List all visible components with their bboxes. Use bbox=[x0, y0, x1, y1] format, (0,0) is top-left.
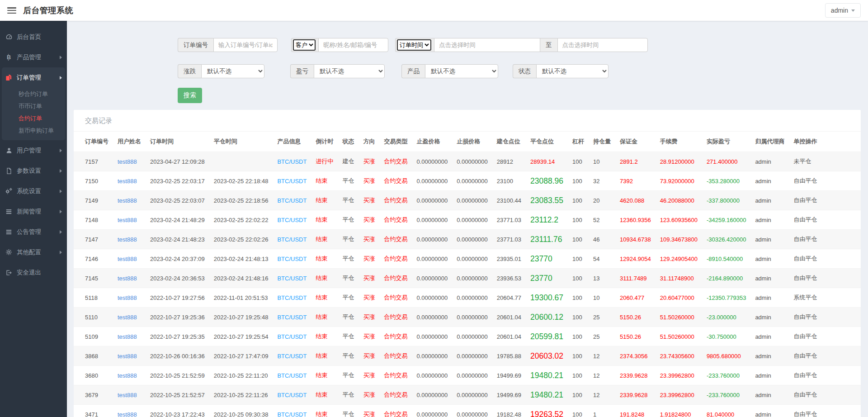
table-row: 5118test8882022-10-27 19:27:562022-11-01… bbox=[74, 288, 861, 308]
cell-product[interactable]: BTC/USDT bbox=[273, 327, 311, 346]
cell-direction: 买涨 bbox=[359, 191, 379, 210]
sidebar-item-news[interactable]: 新闻管理 bbox=[0, 201, 67, 222]
cell-leverage: 100 bbox=[568, 191, 589, 210]
sidebar-item-orders[interactable]: 订单管理 bbox=[2, 67, 65, 88]
cell-product[interactable]: BTC/USDT bbox=[273, 288, 311, 308]
cell-filler bbox=[821, 249, 861, 269]
sidebar-subitem-spot-orders[interactable]: 币币订单 bbox=[2, 100, 65, 112]
cell-user[interactable]: test888 bbox=[113, 385, 146, 405]
time-type-select[interactable]: 订单时间 bbox=[397, 39, 431, 51]
search-button[interactable]: 搜索 bbox=[178, 88, 202, 103]
cell-fee: 23.74305600 bbox=[656, 346, 702, 366]
sidebar-item-other-config[interactable]: 其他配置 bbox=[0, 242, 67, 262]
cell-user[interactable]: test888 bbox=[113, 230, 146, 249]
sidebar-item-parameters[interactable]: 参数设置 bbox=[0, 161, 67, 181]
cell-fee: 1.91824800 bbox=[656, 405, 702, 417]
cell-user[interactable]: test888 bbox=[113, 210, 146, 230]
cell-user[interactable]: test888 bbox=[113, 249, 146, 269]
cell-user[interactable]: test888 bbox=[113, 191, 146, 210]
cell-user[interactable]: test888 bbox=[113, 308, 146, 327]
cell-product[interactable]: BTC/USDT bbox=[273, 152, 311, 171]
cell-trade_type: 合约交易 bbox=[379, 346, 412, 366]
status-select[interactable]: 默认不选 bbox=[536, 64, 609, 78]
cell-countdown: 进行中 bbox=[311, 152, 338, 171]
cell-close_price: 19263.52 bbox=[526, 405, 568, 417]
cell-sl: 0.00000000 bbox=[452, 405, 492, 417]
cell-sl: 0.00000000 bbox=[452, 210, 492, 230]
cell-product[interactable]: BTC/USDT bbox=[273, 405, 311, 417]
cell-amount: 54 bbox=[589, 249, 615, 269]
cell-amount: 10 bbox=[589, 152, 615, 171]
sidebar-item-logout[interactable]: 安全退出 bbox=[0, 262, 67, 283]
cell-product[interactable]: BTC/USDT bbox=[273, 191, 311, 210]
cell-profit: -30.750000 bbox=[702, 327, 750, 346]
cell-user[interactable]: test888 bbox=[113, 171, 146, 191]
sidebar-subitem-new-coin-orders[interactable]: 新币申购订单 bbox=[2, 124, 65, 137]
sidebar-item-announcements[interactable]: 公告管理 bbox=[0, 222, 67, 242]
product-select[interactable]: 默认不选 bbox=[425, 64, 498, 78]
sidebar-item-products[interactable]: B 产品管理 bbox=[0, 47, 67, 67]
cell-control: 自由平仓 bbox=[789, 308, 821, 327]
user-icon bbox=[5, 147, 13, 154]
cell-user[interactable]: test888 bbox=[113, 346, 146, 366]
cell-product[interactable]: BTC/USDT bbox=[273, 385, 311, 405]
menu-icon[interactable] bbox=[7, 7, 16, 14]
chevron-right-icon bbox=[60, 149, 62, 152]
order-no-input[interactable] bbox=[213, 38, 278, 52]
cell-direction: 买涨 bbox=[359, 308, 379, 327]
cell-open_time: 2023-02-24 20:36:53 bbox=[146, 269, 209, 288]
cell-tp: 0.00000000 bbox=[412, 346, 452, 366]
time-from-input[interactable] bbox=[434, 38, 540, 52]
cell-open_time: 2023-02-24 21:48:29 bbox=[146, 210, 209, 230]
cell-product[interactable]: BTC/USDT bbox=[273, 171, 311, 191]
sidebar-item-dashboard[interactable]: 后台首页 bbox=[0, 27, 67, 47]
profit-select[interactable]: 默认不选 bbox=[314, 64, 385, 78]
sidebar-item-users[interactable]: 用户管理 bbox=[0, 140, 67, 161]
cell-status: 平仓 bbox=[338, 230, 359, 249]
time-to-input[interactable] bbox=[557, 38, 648, 52]
cell-product[interactable]: BTC/USDT bbox=[273, 308, 311, 327]
cell-filler bbox=[821, 366, 861, 385]
customer-type-select[interactable]: 客户 bbox=[293, 39, 316, 51]
sidebar-subitem-second-contract-orders[interactable]: 秒合约订单 bbox=[2, 88, 65, 100]
cell-profit: 9805.680000 bbox=[702, 346, 750, 366]
cell-open_time: 2023-02-25 22:03:17 bbox=[146, 171, 209, 191]
cell-product[interactable]: BTC/USDT bbox=[273, 210, 311, 230]
cell-user[interactable]: test888 bbox=[113, 405, 146, 417]
user-dropdown[interactable]: admin bbox=[825, 3, 861, 18]
cell-user[interactable]: test888 bbox=[113, 269, 146, 288]
cell-close_time: 2022-10-25 22:11:20 bbox=[209, 366, 273, 385]
updown-select[interactable]: 默认不选 bbox=[201, 64, 264, 78]
cell-margin: 2374.3056 bbox=[615, 346, 656, 366]
cell-product[interactable]: BTC/USDT bbox=[273, 249, 311, 269]
cell-trade_type: 合约交易 bbox=[379, 366, 412, 385]
cell-agent: admin bbox=[750, 327, 789, 346]
sidebar-item-label: 安全退出 bbox=[17, 269, 62, 277]
cell-sl: 0.00000000 bbox=[452, 171, 492, 191]
cell-control: 自由平仓 bbox=[789, 346, 821, 366]
cell-agent: admin bbox=[750, 230, 789, 249]
cell-product[interactable]: BTC/USDT bbox=[273, 346, 311, 366]
cell-user[interactable]: test888 bbox=[113, 288, 146, 308]
cell-margin: 5150.26 bbox=[615, 308, 656, 327]
cell-open_time: 2022-10-25 21:52:57 bbox=[146, 385, 209, 405]
cell-fee: 23.39962800 bbox=[656, 366, 702, 385]
cell-amount: 12 bbox=[589, 385, 615, 405]
customer-input[interactable] bbox=[318, 38, 388, 52]
cell-profit: -30326.420000 bbox=[702, 230, 750, 249]
sidebar-item-system-settings[interactable]: 系统设置 bbox=[0, 181, 67, 201]
cell-amount: 46 bbox=[589, 230, 615, 249]
sidebar-subitem-contract-orders[interactable]: 合约订单 bbox=[2, 112, 65, 124]
col-id: 订单编号 bbox=[74, 132, 113, 152]
cell-product[interactable]: BTC/USDT bbox=[273, 366, 311, 385]
cell-product[interactable]: BTC/USDT bbox=[273, 230, 311, 249]
cell-product[interactable]: BTC/USDT bbox=[273, 269, 311, 288]
cell-user[interactable]: test888 bbox=[113, 327, 146, 346]
cell-id: 7145 bbox=[74, 269, 113, 288]
cell-filler bbox=[821, 269, 861, 288]
trade-records-panel: 交易记录 订单编号用户姓名订单时间平仓时间产品信息倒计时状态方向交易类型止盈价格… bbox=[74, 110, 861, 417]
cell-user[interactable]: test888 bbox=[113, 152, 146, 171]
cell-user[interactable]: test888 bbox=[113, 366, 146, 385]
cell-open_time: 2023-02-25 22:03:07 bbox=[146, 191, 209, 210]
cell-direction: 买涨 bbox=[359, 405, 379, 417]
